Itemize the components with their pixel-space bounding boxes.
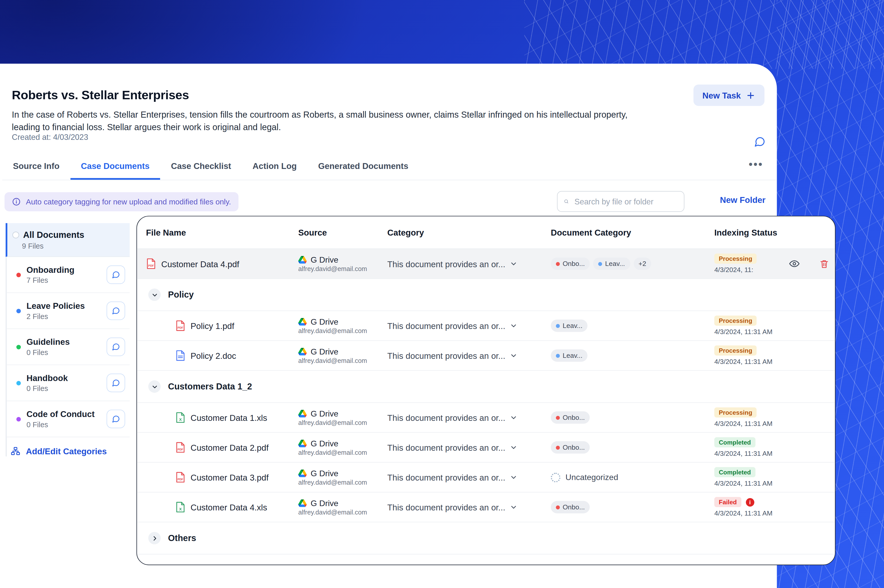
expand-group-button[interactable] <box>148 532 161 544</box>
category-dropdown[interactable]: This document provides an or... <box>387 472 551 482</box>
source-name: G Drive <box>311 469 338 478</box>
sidebar-item-code-of-conduct[interactable]: Code of Conduct0 Files <box>7 401 129 437</box>
category-text: This document provides an or... <box>387 412 505 422</box>
document-category-cell: Uncategorized <box>551 472 714 482</box>
sidebar-item-guidelines[interactable]: Guidelines0 Files <box>7 329 129 365</box>
plus-icon <box>746 90 756 100</box>
status-badge: Completed <box>714 437 755 447</box>
category-chat-button[interactable] <box>107 338 125 356</box>
chevron-down-icon <box>510 260 517 267</box>
svg-text:PDF: PDF <box>177 326 183 329</box>
category-dropdown[interactable]: This document provides an or... <box>387 412 551 422</box>
category-chat-button[interactable] <box>107 266 125 284</box>
category-text: This document provides an or... <box>387 351 505 360</box>
chevron-down-icon <box>152 535 158 541</box>
pdf-file-icon: PDF <box>176 442 186 453</box>
mesh-pattern <box>524 0 884 69</box>
category-chat-button[interactable] <box>107 410 125 428</box>
document-category-cell: Onbo... <box>551 411 714 424</box>
sidebar-item-count: 2 Files <box>27 312 101 321</box>
category-text: This document provides an or... <box>387 472 505 482</box>
preview-button[interactable] <box>789 258 800 269</box>
category-dropdown[interactable]: This document provides an or... <box>387 321 551 330</box>
file-cell: XCustomer Data 4.xls <box>146 501 298 513</box>
category-dropdown[interactable]: This document provides an or... <box>387 442 551 452</box>
category-dot <box>17 309 21 313</box>
sidebar-item-count: 0 Files <box>27 384 101 393</box>
category-chat-button[interactable] <box>107 374 125 392</box>
search-input[interactable] <box>573 196 677 207</box>
svg-text:X: X <box>179 417 182 422</box>
category-chat-button[interactable] <box>107 302 125 320</box>
source-name: G Drive <box>311 439 338 448</box>
documents-table-card: File Name Source Category Document Categ… <box>136 216 836 565</box>
category-dropdown[interactable]: This document provides an or... <box>387 351 551 360</box>
column-file-name: File Name <box>146 228 298 237</box>
table-row[interactable]: PDFCustomer Data 3.pdfG Drivealfrey.davi… <box>137 463 835 492</box>
source-name: G Drive <box>311 255 338 264</box>
pdf-file-icon: PDF <box>146 258 156 269</box>
column-category: Category <box>387 228 551 237</box>
badge-dot <box>556 324 560 327</box>
sidebar-item-leave-policies[interactable]: Leave Policies2 Files <box>7 293 129 329</box>
table-row[interactable]: PDFCustomer Data 4.pdfG Drivealfrey.davi… <box>137 249 835 279</box>
new-task-button[interactable]: New Task <box>693 84 765 106</box>
file-cell: PDFCustomer Data 2.pdf <box>146 442 298 453</box>
status-badge: Completed <box>714 467 755 477</box>
tab-source-info[interactable]: Source Info <box>2 154 70 180</box>
category-dropdown[interactable]: This document provides an or... <box>387 502 551 512</box>
svg-text:PDF: PDF <box>177 478 183 481</box>
table-row[interactable]: Policy 2.docG Drivealfrey.david@email.co… <box>137 341 835 371</box>
status-date: 4/3/2024, 11:31 AM <box>714 509 783 517</box>
category-text: This document provides an or... <box>387 442 505 452</box>
tab-action-log[interactable]: Action Log <box>242 154 307 180</box>
sitemap-icon <box>11 446 20 456</box>
sidebar-item-onboarding[interactable]: Onboarding7 Files <box>7 257 129 293</box>
document-category-cell: Leav... <box>551 350 714 362</box>
info-banner-text: Auto category tagging for new upload and… <box>26 198 231 206</box>
category-dropdown[interactable]: This document provides an or... <box>387 259 551 269</box>
status-date: 4/3/2024, 11:31 AM <box>714 480 783 488</box>
indexing-status-cell: Failedi4/3/2024, 11:31 AM <box>714 497 783 517</box>
xls-file-icon: X <box>176 412 186 423</box>
svg-text:PDF: PDF <box>177 448 183 451</box>
tab-generated-documents[interactable]: Generated Documents <box>307 154 419 180</box>
add-edit-categories-button[interactable]: Add/Edit Categories <box>7 446 110 456</box>
sidebar-item-handbook[interactable]: Handbook0 Files <box>7 365 129 401</box>
indexing-status-cell: Completed4/3/2024, 11:31 AM <box>714 437 783 458</box>
indexing-status-cell: Processing4/3/2024, 11:31 AM <box>714 407 783 428</box>
document-category-badge: Leav... <box>551 320 588 332</box>
source-cell: G Drivealfrey.david@email.com <box>298 317 387 334</box>
delete-button[interactable] <box>819 258 829 269</box>
sidebar-item-all-documents[interactable]: All Documents 9 Files <box>6 223 130 257</box>
file-cell: Policy 2.doc <box>146 350 298 361</box>
table-row[interactable]: XCustomer Data 4.xlsG Drivealfrey.david@… <box>137 492 835 522</box>
collapse-group-button[interactable] <box>148 288 161 301</box>
new-folder-button[interactable]: New Folder <box>717 195 769 205</box>
file-name: Customer Data 1.xls <box>191 412 267 422</box>
column-indexing-status: Indexing Status <box>714 228 783 237</box>
table-row[interactable]: PDFPolicy 1.pdfG Drivealfrey.david@email… <box>137 311 835 341</box>
file-cell: PDFPolicy 1.pdf <box>146 320 298 331</box>
tab-case-checklist[interactable]: Case Checklist <box>160 154 242 180</box>
case-chat-button[interactable] <box>754 136 765 149</box>
document-category-badge: Onbo... <box>551 411 590 424</box>
file-cell: XCustomer Data 1.xls <box>146 412 298 423</box>
error-info-icon[interactable]: i <box>746 498 754 506</box>
tab-case-documents[interactable]: Case Documents <box>70 154 160 180</box>
indexing-status-cell: Completed4/3/2024, 11:31 AM <box>714 467 783 487</box>
table-row[interactable]: XCustomer Data 1.xlsG Drivealfrey.david@… <box>137 403 835 433</box>
gdrive-icon <box>298 410 307 417</box>
source-email: alfrey.david@email.com <box>298 327 387 334</box>
status-date: 4/3/2024, 11: <box>714 266 783 274</box>
sidebar-item-label: Guidelines <box>27 337 101 346</box>
file-name: Customer Data 2.pdf <box>191 442 269 452</box>
collapse-group-button[interactable] <box>148 380 161 393</box>
trash-icon <box>819 258 829 269</box>
case-description: In the case of Roberts vs. Stellar Enter… <box>12 108 635 133</box>
more-options-button[interactable]: ••• <box>745 158 767 170</box>
indexing-status-cell: Processing4/3/2024, 11:31 AM <box>714 315 783 336</box>
category-text: This document provides an or... <box>387 321 505 330</box>
table-body: PDFCustomer Data 4.pdfG Drivealfrey.davi… <box>137 249 835 555</box>
table-row[interactable]: PDFCustomer Data 2.pdfG Drivealfrey.davi… <box>137 433 835 463</box>
